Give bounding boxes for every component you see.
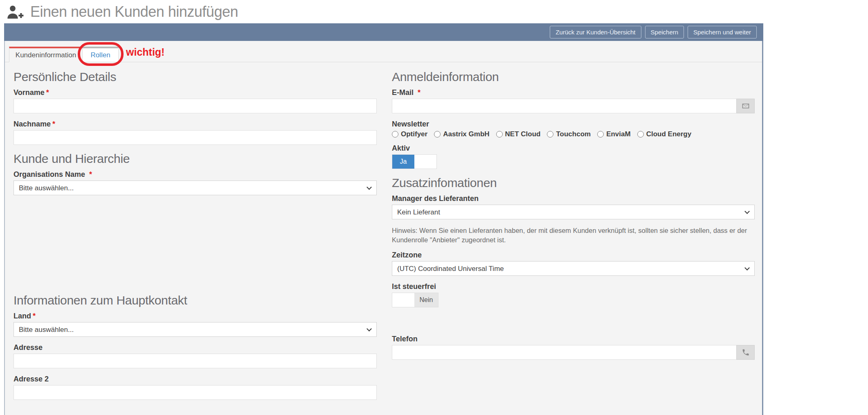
newsletter-option-optifyer[interactable]: Optifyer <box>392 130 427 138</box>
newsletter-label: Newsletter <box>392 120 755 128</box>
tab-rollen[interactable]: Rollen <box>83 47 119 62</box>
manager-des-lieferanten-select[interactable]: Kein Lieferant <box>392 205 755 219</box>
newsletter-option-enviam[interactable]: EnviaM <box>597 130 631 138</box>
nachname-label: Nachname* <box>13 120 377 128</box>
ist-steuerfrei-label: Ist steuerfrei <box>392 282 755 291</box>
telefon-label: Telefon <box>392 335 755 343</box>
action-toolbar: Zurück zur Kunden-Übersicht Speichern Sp… <box>4 23 763 41</box>
page-header: Einen neuen Kunden hinzufügen <box>7 3 238 20</box>
steuerfrei-toggle-nein[interactable]: Nein <box>414 293 438 307</box>
radio-button[interactable] <box>496 131 503 138</box>
tab-kundeninformation[interactable]: Kundeninforrmation <box>9 47 83 62</box>
required-marker: * <box>52 120 55 128</box>
lieferant-hint-text: Hinweis: Wenn Sie einen Lieferanten habe… <box>392 226 755 245</box>
newsletter-option-cloud-energy[interactable]: Cloud Energy <box>637 130 692 138</box>
adresse-input[interactable] <box>13 354 377 368</box>
tab-strip: Kundeninforrmation Rollen wichtig! <box>5 41 762 62</box>
radio-button[interactable] <box>637 131 644 138</box>
land-label: Land* <box>13 312 377 320</box>
steuerfrei-toggle-on[interactable] <box>392 293 414 307</box>
aktiv-toggle-off[interactable] <box>414 155 436 169</box>
nachname-input[interactable] <box>13 130 377 145</box>
vorname-input[interactable] <box>13 99 377 113</box>
section-zusatzinformationen: Zusatzinfomationen <box>392 178 755 188</box>
zeitzone-select[interactable]: (UTC) Coordinated Universal Time <box>392 261 755 276</box>
form-panel: Kundeninforrmation Rollen wichtig! Persö… <box>4 41 763 415</box>
email-addon-button[interactable] <box>736 99 755 113</box>
required-marker: * <box>46 88 49 97</box>
back-to-customer-overview-button[interactable]: Zurück zur Kunden-Übersicht <box>550 26 641 38</box>
phone-icon <box>742 348 750 356</box>
right-column: Anmeldeinformation E-Mail* Newsletter Op… <box>392 72 755 366</box>
left-column: Persönliche Details Vorname* Nachname* K… <box>13 72 377 406</box>
section-kunde-hierarchie: Kunde und Hierarchie <box>13 154 377 164</box>
ist-steuerfrei-toggle[interactable]: Nein <box>392 293 438 307</box>
required-marker: * <box>89 170 92 178</box>
envelope-icon <box>742 102 750 110</box>
newsletter-options: Optifyer Aastrix GmbH NET Cloud Touchcom… <box>392 130 755 138</box>
radio-button[interactable] <box>547 131 553 138</box>
aktiv-toggle[interactable]: Ja <box>392 154 437 169</box>
adresse2-input[interactable] <box>13 385 377 400</box>
user-plus-icon <box>7 4 24 20</box>
newsletter-option-aastrix-gmbh[interactable]: Aastrix GmbH <box>434 130 489 138</box>
telefon-input[interactable] <box>392 345 736 360</box>
wichtig-annotation: wichtig! <box>126 46 164 58</box>
organisations-name-select[interactable]: Bitte auswählen... <box>13 180 377 195</box>
required-marker: * <box>33 312 36 320</box>
vorname-label: Vorname* <box>13 88 377 97</box>
page-title: Einen neuen Kunden hinzufügen <box>30 3 238 20</box>
email-input[interactable] <box>392 99 736 113</box>
newsletter-option-touchcom[interactable]: Touchcom <box>547 130 591 138</box>
aktiv-label: Aktiv <box>392 144 755 152</box>
radio-button[interactable] <box>392 131 398 138</box>
section-personal-details: Persönliche Details <box>13 72 377 82</box>
save-button[interactable]: Speichern <box>645 26 684 38</box>
zeitzone-label: Zeitzone <box>392 251 755 259</box>
radio-button[interactable] <box>434 131 441 138</box>
section-hauptkontakt: Informationen zum Hauptkontakt <box>13 295 377 305</box>
adresse2-label: Adresse 2 <box>13 375 377 383</box>
save-and-continue-button[interactable]: Speichern und weiter <box>688 26 757 38</box>
adresse-label: Adresse <box>13 343 377 352</box>
organisations-name-label: Organisations Name* <box>13 170 377 178</box>
email-label: E-Mail* <box>392 88 755 97</box>
land-select[interactable]: Bitte auswählen... <box>13 322 377 337</box>
spacer <box>392 309 755 335</box>
aktiv-toggle-ja[interactable]: Ja <box>392 155 414 169</box>
newsletter-option-net-cloud[interactable]: NET Cloud <box>496 130 541 138</box>
manager-des-lieferanten-label: Manager des Lieferanten <box>392 194 755 203</box>
section-anmeldeinformation: Anmeldeinformation <box>392 72 755 82</box>
radio-button[interactable] <box>597 131 604 138</box>
telefon-addon-button[interactable] <box>736 345 755 360</box>
required-marker: * <box>418 88 421 97</box>
